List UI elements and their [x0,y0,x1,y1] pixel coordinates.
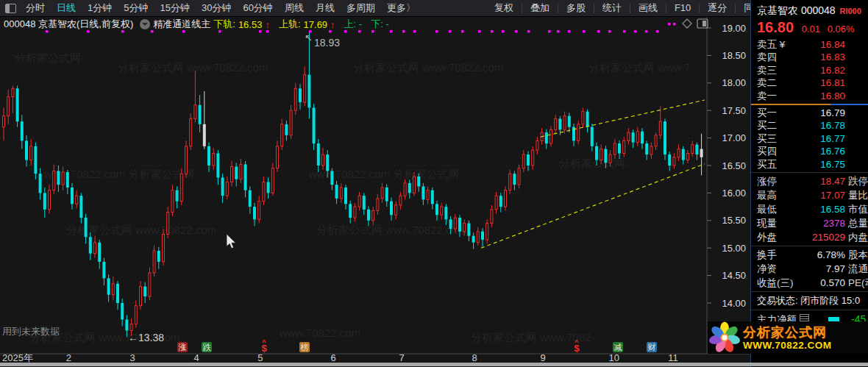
y-axis-label: 19.00 [722,23,746,34]
stat-row: 换手6.78%股本 [751,248,868,262]
watermark: 分析家公式网 www.70822.com [66,224,216,236]
divider [751,310,868,310]
x-axis-label: 2025年 [2,352,33,363]
low-annotation: ←13.38 [128,332,164,343]
y-axis-label: 17.50 [722,105,746,116]
stat-value: 18.47 [820,174,845,188]
period-tab[interactable]: 5分钟 [118,0,154,16]
level-label: 卖四 [757,51,777,63]
period-tab[interactable]: 月线 [310,0,341,16]
toolbar-button[interactable]: 多股 [558,0,594,16]
period-tab[interactable]: 更多〉 [381,0,421,16]
stat-label: 净资 [757,262,777,276]
toolbar-button[interactable]: F10 [666,0,699,16]
toolbar-button[interactable]: 逐分 [700,0,735,16]
signal-dot [645,30,648,33]
period-tab[interactable]: 日线 [51,0,82,16]
divider [751,246,868,246]
period-tab[interactable]: 30分钟 [196,0,237,16]
y-axis-label: 14.00 [722,298,746,309]
ask-row[interactable]: 卖四16.83 [751,51,868,63]
site-name[interactable]: 分析家公式网 [743,325,832,340]
x-axis-label: 8 [472,352,477,363]
ask-row[interactable]: 卖二16.81 [751,76,868,89]
flower-logo-icon [708,321,741,354]
ask-row[interactable]: 卖一16.80 [751,90,868,102]
watermark: 分析家公式网 www.7082 [471,331,591,343]
window-icon[interactable] [5,4,16,13]
signal-dot [502,30,505,33]
bid-row[interactable]: 买四16.76 [751,145,868,157]
price-chart[interactable]: 分析家公式网分析家公式网 www.70822.com分析家公式网 www.708… [0,16,750,367]
svg-text:涨: 涨 [179,343,187,352]
bid-row[interactable]: 买一16.79 [751,107,868,119]
level-label: 卖二 [757,76,777,89]
y-axis-label: 15.00 [722,243,746,254]
y-axis-label: 16.50 [722,160,746,171]
diamond-icon[interactable] [683,19,691,28]
signal-dot [461,30,464,33]
stat-row: 外盘215029内盘 [751,230,868,244]
period-tab[interactable]: 1分钟 [82,0,118,16]
ask-row[interactable]: 卖五 ¥16.84 [751,38,868,51]
signal-dot [656,30,659,33]
toolbar: 分时日线1分钟5分钟15分钟30分钟60分钟周线月线多周期更多〉 复权叠加多股统… [0,0,750,17]
signal-dot [608,30,611,33]
chevron-down-icon[interactable] [140,19,150,29]
site-ad[interactable]: 分析家公式网 WWW.70822.COM [708,321,868,354]
watermark: 分析家公式网 www.70822.com [118,61,268,74]
bid-ask-divider [751,104,868,105]
x-axis-label: 7 [399,352,404,363]
signal-dot [568,30,571,33]
toolbar-button[interactable]: 复权 [486,0,522,16]
toolbar-button[interactable]: 画线 [630,0,666,16]
x-axis-label: 5 [257,352,263,363]
upper-band-value: 17.69 [304,19,328,30]
bid-row[interactable]: 买五16.75 [751,158,868,171]
level-price: 16.80 [820,90,845,102]
watermark: www.70822.com 分析家公式网 [43,168,194,180]
divider [751,172,868,173]
stat-label-2: PE(动 [848,276,868,290]
signal-dot [413,30,416,33]
stat-label-2: 市值 [848,202,868,216]
price-header: 16.80 0.01 0.06% [757,18,868,37]
stock-header: 京基智农 000048 RI000 [757,3,868,18]
bid-row[interactable]: 买二16.78 [751,119,868,132]
toolbar-button[interactable]: 统计 [594,0,630,16]
lower-band-value: 16.53 [238,19,263,30]
signal-dot [548,30,551,33]
stat-row: 最低16.58市值 [751,202,868,216]
period-tab[interactable]: 多周期 [341,0,381,16]
lower-band-label: 下轨: [213,18,235,31]
stat-row: 收益(三)0.570PE(动 [751,276,868,290]
stat-label-2: 内盘 [848,230,868,244]
site-url[interactable]: WWW.70822.COM [743,340,832,351]
svg-text:$: $ [574,343,580,354]
stock-code: 000048 [801,4,836,16]
divider [751,291,868,292]
signal-dot [583,30,586,33]
trade-status-value: 闭市阶段 15:0 [800,295,860,306]
period-tab[interactable]: 60分钟 [237,0,278,16]
bottom-scrollbar[interactable] [0,363,868,366]
bid-row[interactable]: 买三16.77 [751,132,868,145]
toolbar-button[interactable]: 叠加 [522,0,558,16]
ask-row[interactable]: 卖三16.82 [751,64,868,76]
period-tab[interactable]: 周线 [279,0,310,16]
y-axis-label: 14.50 [722,270,746,281]
period-tab[interactable]: 分时 [20,0,51,16]
high-annotation: 18.93 [314,37,340,49]
y-axis-label: 18.50 [722,50,746,61]
x-axis-label: 9 [541,352,546,363]
toolbar-periods: 分时日线1分钟5分钟15分钟30分钟60分钟周线月线多周期更多〉 [20,0,421,16]
signal-dot [673,23,676,26]
x-axis-label: 11 [668,352,678,363]
stat-value: 6.78% [817,248,845,262]
annotation-arrow-icon: ↖ [305,32,313,43]
watermark: 分析家公式网 www.70822.com [316,224,466,236]
svg-text:榜: 榜 [301,343,309,352]
price-change-pct: 0.06% [828,24,855,35]
period-tab[interactable]: 15分钟 [154,0,195,16]
stat-label-2: 股本 [848,248,868,262]
